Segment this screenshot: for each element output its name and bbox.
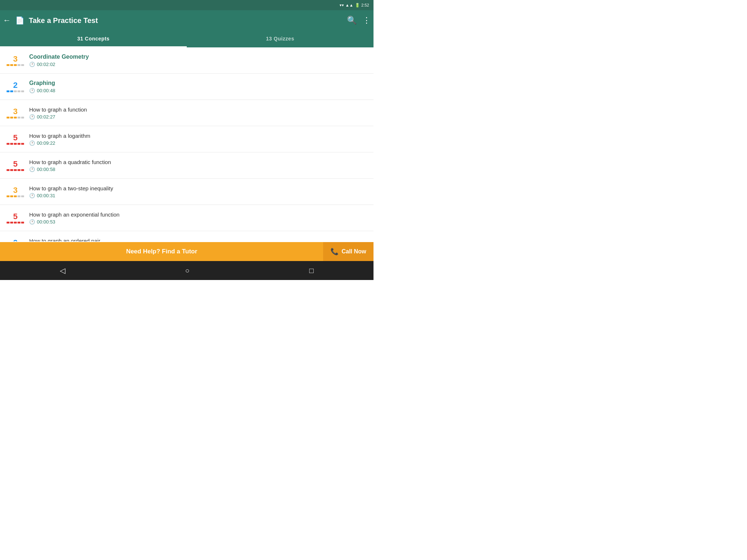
back-button[interactable]: ←	[3, 16, 11, 24]
status-bar: ▾▾ ▲▲ 🔋 2:52	[0, 0, 374, 10]
title-text: Take a Practice Test	[29, 16, 98, 25]
filled-bar	[14, 169, 17, 171]
filled-bar	[10, 143, 13, 145]
score-bars	[7, 143, 24, 145]
item-info: How to graph a two-step inequality🕐00:00…	[29, 185, 368, 198]
item-title: How to graph an ordered pair	[29, 238, 368, 242]
more-options-button[interactable]: ⋮	[363, 16, 371, 24]
duration-text: 00:09:22	[37, 140, 55, 146]
item-title: How to graph a function	[29, 106, 368, 113]
item-title: Coordinate Geometry	[29, 54, 368, 60]
filled-bar	[10, 64, 13, 66]
score-badge: 5	[6, 213, 25, 223]
filled-bar	[21, 143, 24, 145]
item-title: Graphing	[29, 80, 368, 86]
filled-bar	[21, 222, 24, 223]
clock-icon: 🕐	[29, 114, 35, 120]
score-badge: 3	[6, 108, 25, 118]
call-now-button[interactable]: 📞 Call Now	[323, 242, 374, 261]
score-number: 2	[13, 81, 18, 89]
score-number: 5	[13, 213, 18, 221]
filled-bar	[10, 222, 13, 223]
signal-icon: ▲▲	[345, 3, 353, 7]
nav-bar: ◁ ○ □	[0, 261, 374, 280]
duration-text: 00:02:27	[37, 114, 55, 120]
find-tutor-button[interactable]: Need Help? Find a Tutor	[0, 242, 323, 261]
item-info: Coordinate Geometry🕐00:02:02	[29, 54, 368, 67]
score-badge: 2	[6, 239, 25, 242]
list-item[interactable]: 3Coordinate Geometry🕐00:02:02	[0, 47, 374, 74]
empty-bar	[18, 90, 20, 92]
list-item[interactable]: 5How to graph a logarithm🕐00:09:22	[0, 126, 374, 152]
recents-nav-icon[interactable]: □	[309, 267, 314, 275]
wifi-icon: ▾▾	[340, 3, 344, 8]
score-badge: 3	[6, 55, 25, 66]
item-title: How to graph a logarithm	[29, 133, 368, 139]
empty-bar	[18, 195, 20, 197]
list-item[interactable]: 5How to graph a quadratic function🕐00:00…	[0, 152, 374, 179]
empty-bar	[21, 64, 24, 66]
item-duration: 🕐00:02:02	[29, 62, 368, 67]
list-item[interactable]: 5How to graph an exponential function🕐00…	[0, 205, 374, 231]
empty-bar	[21, 195, 24, 197]
score-bars	[7, 169, 24, 171]
filled-bar	[18, 222, 20, 223]
phone-icon: 📞	[330, 248, 338, 256]
filled-bar	[18, 143, 20, 145]
bottom-bar: Need Help? Find a Tutor 📞 Call Now	[0, 242, 374, 261]
list-item[interactable]: 2How to graph an ordered pair🕐00:00:08	[0, 231, 374, 241]
filled-bar	[10, 90, 13, 92]
item-title: How to graph a two-step inequality	[29, 185, 368, 191]
list-item[interactable]: 3How to graph a two-step inequality🕐00:0…	[0, 179, 374, 205]
filled-bar	[7, 64, 9, 66]
item-duration: 🕐00:00:58	[29, 167, 368, 172]
filled-bar	[10, 117, 13, 118]
score-number: 3	[13, 55, 18, 63]
score-badge: 5	[6, 134, 25, 145]
score-number: 3	[13, 108, 18, 116]
score-bars	[7, 222, 24, 223]
clock-icon: 🕐	[29, 193, 35, 198]
filled-bar	[7, 222, 9, 223]
home-nav-icon[interactable]: ○	[185, 267, 189, 275]
list-item[interactable]: 3How to graph a function🕐00:02:27	[0, 100, 374, 126]
clock-icon: 🕐	[29, 140, 35, 146]
score-number: 2	[13, 239, 18, 242]
clock-icon: 🕐	[29, 167, 35, 172]
item-duration: 🕐00:00:48	[29, 88, 368, 93]
search-button[interactable]: 🔍	[347, 16, 357, 24]
empty-bar	[18, 64, 20, 66]
score-number: 5	[13, 160, 18, 168]
app-bar-actions: 🔍 ⋮	[347, 16, 371, 24]
item-info: How to graph an ordered pair🕐00:00:08	[29, 238, 368, 242]
filled-bar	[10, 195, 13, 197]
filled-bar	[14, 195, 17, 197]
item-info: How to graph a function🕐00:02:27	[29, 106, 368, 120]
clock: 2:52	[361, 3, 369, 7]
score-bars	[7, 64, 24, 66]
filled-bar	[7, 169, 9, 171]
item-duration: 🕐00:00:31	[29, 193, 368, 198]
tab-quizzes[interactable]: 13 Quizzes	[187, 31, 374, 47]
content-list: 3Coordinate Geometry🕐00:02:022Graphing🕐0…	[0, 47, 374, 241]
app-bar-title: Take a Practice Test	[29, 16, 342, 25]
status-icons: ▾▾ ▲▲ 🔋 2:52	[340, 3, 369, 8]
tab-bar: 31 Concepts 13 Quizzes	[0, 31, 374, 47]
app-bar: ← 📄 Take a Practice Test 🔍 ⋮	[0, 10, 374, 31]
score-bars	[7, 195, 24, 197]
list-item[interactable]: 2Graphing🕐00:00:48	[0, 74, 374, 100]
filled-bar	[7, 117, 9, 118]
back-nav-icon[interactable]: ◁	[60, 266, 65, 275]
tab-concepts[interactable]: 31 Concepts	[0, 31, 187, 47]
item-title: How to graph an exponential function	[29, 211, 368, 218]
duration-text: 00:00:58	[37, 167, 55, 172]
filled-bar	[7, 90, 9, 92]
filled-bar	[10, 169, 13, 171]
empty-bar	[21, 90, 24, 92]
filled-bar	[18, 169, 20, 171]
filled-bar	[7, 143, 9, 145]
item-info: How to graph an exponential function🕐00:…	[29, 211, 368, 225]
empty-bar	[21, 117, 24, 118]
score-number: 5	[13, 134, 18, 142]
duration-text: 00:00:53	[37, 219, 55, 225]
